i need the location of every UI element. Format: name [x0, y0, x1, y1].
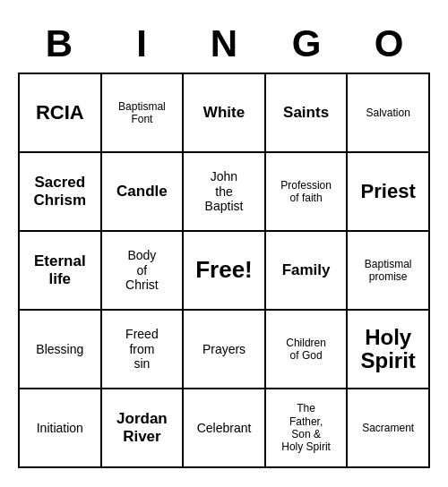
- cell-text: BodyofChrist: [125, 248, 159, 293]
- cell-text: Eternallife: [34, 252, 86, 289]
- bingo-cell: Freedfromsin: [102, 311, 185, 389]
- bingo-cell: Professionof faith: [266, 153, 349, 232]
- cell-text: Salvation: [366, 107, 410, 119]
- cell-text: Saints: [283, 104, 329, 122]
- cell-text: Professionof faith: [280, 179, 332, 205]
- cell-text: Childrenof God: [286, 337, 326, 363]
- cell-text: Family: [282, 261, 331, 279]
- bingo-cell: Eternallife: [20, 232, 102, 311]
- bingo-cell: Celebrant: [184, 389, 266, 468]
- cell-text: SacredChrism: [34, 174, 87, 210]
- bingo-cell: RCIA: [20, 74, 102, 153]
- header-letter: N: [183, 19, 265, 69]
- header-letter: I: [100, 19, 183, 69]
- cell-text: Initiation: [37, 421, 83, 436]
- bingo-card: BINGO RCIABaptismalFontWhiteSaintsSalvat…: [9, 10, 439, 477]
- bingo-cell: Sacrament: [348, 389, 430, 468]
- bingo-cell: Prayers: [184, 311, 266, 389]
- header-letter: G: [265, 19, 348, 69]
- cell-text: Prayers: [202, 342, 246, 357]
- header-letter: B: [18, 19, 100, 69]
- cell-text: Priest: [361, 180, 416, 203]
- cell-text: Baptismalpromise: [365, 258, 412, 284]
- bingo-cell: Initiation: [20, 389, 102, 468]
- bingo-cell: Candle: [102, 153, 185, 232]
- bingo-cell: Baptismalpromise: [348, 232, 430, 311]
- cell-text: TheFather,Son &Holy Spirit: [281, 402, 331, 454]
- bingo-cell: Childrenof God: [266, 311, 349, 389]
- bingo-cell: TheFather,Son &Holy Spirit: [266, 389, 349, 468]
- cell-text: JordanRiver: [116, 410, 168, 447]
- cell-text: HolySpirit: [361, 326, 416, 373]
- cell-text: White: [203, 104, 245, 122]
- cell-text: Candle: [116, 183, 168, 201]
- bingo-header: BINGO: [18, 19, 430, 69]
- bingo-cell: BaptismalFont: [102, 74, 185, 153]
- bingo-cell: JordanRiver: [102, 389, 185, 468]
- cell-text: Freedfromsin: [125, 327, 159, 372]
- bingo-cell: BodyofChrist: [102, 232, 185, 311]
- cell-text: RCIA: [36, 101, 84, 124]
- cell-text: Free!: [195, 256, 253, 284]
- bingo-cell: Family: [266, 232, 349, 311]
- cell-text: Sacrament: [362, 422, 414, 434]
- cell-text: Celebrant: [197, 421, 252, 436]
- cell-text: BaptismalFont: [118, 100, 166, 126]
- cell-text: Blessing: [36, 342, 83, 357]
- bingo-cell: White: [184, 74, 266, 153]
- bingo-cell: Saints: [266, 74, 349, 153]
- bingo-grid: RCIABaptismalFontWhiteSaintsSalvationSac…: [18, 73, 430, 468]
- bingo-cell: HolySpirit: [348, 311, 430, 389]
- bingo-cell: Salvation: [348, 74, 430, 153]
- bingo-cell: SacredChrism: [20, 153, 102, 232]
- header-letter: O: [348, 19, 430, 69]
- bingo-cell: Free!: [184, 232, 266, 311]
- bingo-cell: JohntheBaptist: [184, 153, 266, 232]
- cell-text: JohntheBaptist: [205, 169, 244, 214]
- bingo-cell: Priest: [348, 153, 430, 232]
- bingo-cell: Blessing: [20, 311, 102, 389]
